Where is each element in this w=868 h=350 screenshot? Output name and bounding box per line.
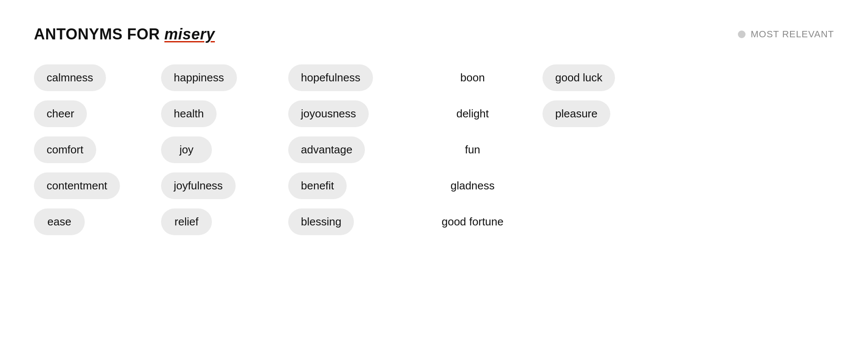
column-5: good luckpleasure: [542, 64, 657, 127]
word-pill[interactable]: benefit: [288, 172, 347, 199]
most-relevant-dot: [738, 31, 746, 38]
word-pill[interactable]: ease: [34, 208, 85, 235]
title-word: misery: [164, 25, 215, 43]
word-pill[interactable]: happiness: [161, 64, 237, 91]
word-pill[interactable]: delight: [415, 100, 530, 127]
word-pill[interactable]: cheer: [34, 100, 87, 127]
word-pill[interactable]: boon: [415, 64, 530, 91]
word-pill[interactable]: gladness: [415, 172, 530, 199]
word-pill[interactable]: hopefulness: [288, 64, 373, 91]
word-pill[interactable]: good fortune: [415, 208, 530, 235]
word-pill[interactable]: good luck: [542, 64, 615, 91]
words-grid: calmnesscheercomfortcontentmenteasehappi…: [34, 64, 834, 235]
word-pill[interactable]: contentment: [34, 172, 120, 199]
most-relevant-badge: MOST RELEVANT: [738, 29, 834, 40]
title-prefix: ANTONYMS FOR: [34, 25, 164, 43]
word-pill[interactable]: comfort: [34, 136, 96, 163]
word-pill[interactable]: pleasure: [542, 100, 610, 127]
most-relevant-label: MOST RELEVANT: [751, 29, 834, 40]
header-row: ANTONYMS FOR misery MOST RELEVANT: [34, 25, 834, 43]
word-pill[interactable]: calmness: [34, 64, 106, 91]
page-title: ANTONYMS FOR misery: [34, 25, 215, 43]
word-pill[interactable]: joy: [161, 136, 212, 163]
word-pill[interactable]: blessing: [288, 208, 354, 235]
column-3: hopefulnessjoyousnessadvantagebenefitble…: [288, 64, 403, 235]
word-pill[interactable]: fun: [415, 136, 530, 163]
word-pill[interactable]: relief: [161, 208, 212, 235]
page-container: ANTONYMS FOR misery MOST RELEVANT calmne…: [0, 0, 868, 261]
word-pill[interactable]: joyfulness: [161, 172, 236, 199]
column-1: calmnesscheercomfortcontentmentease: [34, 64, 148, 235]
word-pill[interactable]: advantage: [288, 136, 365, 163]
word-pill[interactable]: joyousness: [288, 100, 369, 127]
word-pill[interactable]: health: [161, 100, 217, 127]
column-2: happinesshealthjoyjoyfulnessrelief: [161, 64, 275, 235]
column-4: boondelightfungladnessgood fortune: [415, 64, 530, 235]
